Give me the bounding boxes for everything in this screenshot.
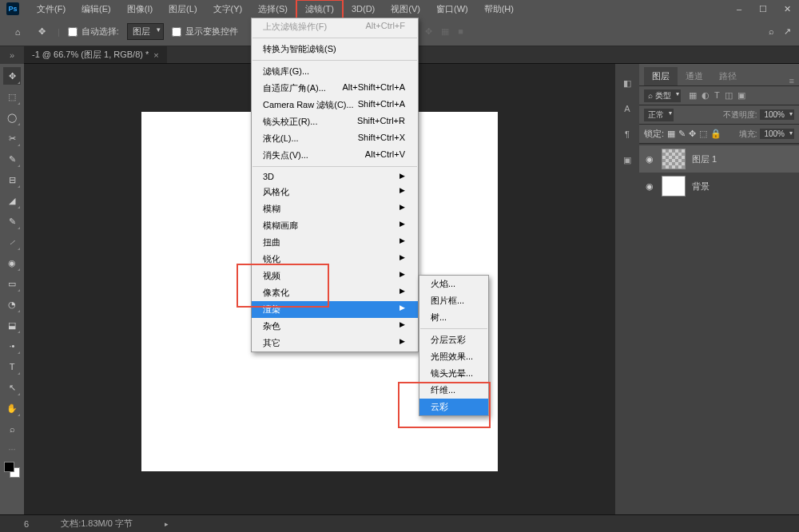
filter-menu-item[interactable]: 其它▶ (252, 335, 418, 351)
filter-adjust-icon[interactable]: ◐ (702, 90, 710, 101)
document-tab[interactable]: -1 @ 66.7% (图层 1, RGB/8) * × (24, 46, 167, 63)
filter-menu-item[interactable]: 像素化▶ (252, 284, 418, 301)
filter-menu-item[interactable]: Camera Raw 滤镜(C)...Shift+Ctrl+A (252, 97, 418, 113)
render-menu-item[interactable]: 火焰... (419, 276, 488, 292)
share-icon[interactable]: ↗ (784, 26, 791, 37)
filter-menu-item[interactable]: 消失点(V)...Alt+Ctrl+V (252, 147, 418, 164)
filter-menu-item[interactable]: 自适应广角(A)...Alt+Shift+Ctrl+A (252, 80, 418, 97)
filter-menu-item[interactable]: 液化(L)...Shift+Ctrl+X (252, 130, 418, 147)
menu-select[interactable]: 选择(S) (250, 1, 296, 18)
close-button[interactable]: ✕ (775, 4, 799, 14)
gradient-tool[interactable]: ▭ (3, 275, 21, 292)
opacity-value[interactable]: 100% (760, 109, 794, 120)
menu-layer[interactable]: 图层(L) (161, 1, 205, 18)
close-tab-icon[interactable]: × (153, 50, 158, 60)
paragraph-panel-icon[interactable]: ¶ (619, 126, 635, 142)
render-menu-item[interactable]: 树... (419, 309, 488, 326)
filter-pixel-icon[interactable]: ▦ (689, 90, 697, 101)
path-select-tool[interactable]: ↖ (3, 379, 21, 396)
menu-view[interactable]: 视图(V) (383, 1, 428, 18)
type-tool[interactable]: T (3, 358, 21, 375)
search-icon[interactable]: ⌕ (769, 26, 774, 37)
hand-tool[interactable]: ✋ (3, 399, 21, 417)
3d-icon-5[interactable]: ■ (455, 26, 467, 37)
doc-size[interactable]: 文档:1.83M/0 字节 (61, 518, 133, 530)
menu-file[interactable]: 文件(F) (29, 1, 74, 18)
render-menu-item[interactable]: 图片框... (419, 292, 488, 309)
lock-position-icon[interactable]: ✥ (689, 129, 696, 139)
filter-menu-item[interactable]: 视频▶ (252, 268, 418, 284)
filter-menu-item[interactable]: 杂色▶ (252, 318, 418, 335)
zoom-level[interactable]: 6 (24, 519, 29, 529)
menu-3d[interactable]: 3D(D) (344, 2, 383, 16)
history-brush-tool[interactable]: ◉ (3, 254, 21, 272)
menu-window[interactable]: 窗口(W) (428, 1, 476, 18)
zoom-tool[interactable]: ⌕ (3, 420, 21, 438)
fill-value[interactable]: 100% (760, 129, 794, 139)
filter-menu-item[interactable]: 转换为智能滤镜(S) (252, 41, 418, 58)
toolbox-more-icon[interactable]: ··· (8, 444, 15, 454)
foreground-color[interactable] (4, 462, 14, 472)
layer-name[interactable]: 图层 1 (692, 153, 717, 165)
3d-panel-icon[interactable]: ▣ (619, 152, 635, 168)
lock-transparent-icon[interactable]: ▦ (667, 129, 675, 139)
filter-type-icon[interactable]: T (714, 90, 720, 101)
render-menu-item[interactable]: 纤维... (419, 382, 488, 399)
lock-image-icon[interactable]: ✎ (678, 129, 686, 139)
filter-menu-item[interactable]: 模糊▶ (252, 200, 418, 217)
show-transform-checkbox[interactable]: 显示变换控件 (172, 26, 238, 38)
menu-edit[interactable]: 编辑(E) (74, 1, 119, 18)
home-icon[interactable]: ⌂ (10, 24, 26, 40)
filter-menu-item[interactable]: 锐化▶ (252, 251, 418, 268)
filter-shape-icon[interactable]: ◫ (725, 90, 733, 101)
lasso-tool[interactable]: ◯ (3, 109, 21, 126)
move-tool-icon[interactable]: ✥ (34, 24, 50, 40)
tab-layers[interactable]: 图层 (644, 67, 678, 85)
filter-menu-item[interactable]: 镜头校正(R)...Shift+Ctrl+R (252, 113, 418, 130)
healing-tool[interactable]: ·• (3, 337, 21, 355)
visibility-icon[interactable]: ◉ (644, 181, 655, 192)
panel-menu-icon[interactable]: ≡ (789, 76, 794, 85)
eyedropper-tool[interactable]: ◢ (3, 192, 21, 209)
filter-menu-item[interactable]: 风格化▶ (252, 184, 418, 200)
marquee-tool[interactable]: ⬚ (3, 88, 21, 105)
auto-select-target[interactable]: 图层 (127, 23, 164, 40)
panel-toggle-button[interactable]: » (0, 46, 24, 64)
color-swatches[interactable] (4, 462, 20, 478)
blend-mode-select[interactable]: 正常 (644, 109, 674, 121)
frame-tool[interactable]: ⊟ (3, 171, 21, 189)
quick-select-tool[interactable]: ✂ (3, 129, 21, 147)
lock-artboard-icon[interactable]: ⬚ (699, 129, 707, 139)
dodge-tool[interactable]: ◔ (3, 296, 21, 313)
render-menu-item[interactable]: 镜头光晕... (419, 365, 488, 382)
minimize-button[interactable]: – (727, 4, 751, 14)
layer-thumbnail[interactable] (662, 149, 686, 169)
3d-icon-4[interactable]: ▦ (439, 26, 451, 37)
menu-help[interactable]: 帮助(H) (476, 1, 522, 18)
3d-icon-3[interactable]: ✥ (423, 26, 435, 37)
visibility-icon[interactable]: ◉ (644, 154, 655, 165)
filter-menu-item[interactable]: 模糊画廊▶ (252, 217, 418, 234)
maximize-button[interactable]: ☐ (751, 4, 775, 14)
layer-item[interactable]: ◉ 图层 1 (639, 145, 799, 173)
brush-tool[interactable]: ✎ (3, 212, 21, 230)
filter-smart-icon[interactable]: ▣ (737, 90, 745, 101)
filter-menu-item[interactable]: 滤镜库(G)... (252, 63, 418, 80)
layer-thumbnail[interactable] (662, 176, 686, 197)
render-menu-item[interactable]: 光照效果... (419, 348, 488, 365)
clone-tool[interactable]: ⟋ (3, 233, 21, 251)
menu-image[interactable]: 图像(I) (119, 1, 161, 18)
move-tool[interactable]: ✥ (3, 67, 21, 85)
menu-filter[interactable]: 滤镜(T) (296, 0, 344, 19)
render-menu-item[interactable]: 云彩 (419, 399, 488, 415)
layer-item[interactable]: ◉ 背景 (639, 173, 799, 200)
lock-all-icon[interactable]: 🔒 (710, 129, 721, 139)
filter-menu-item[interactable]: 3D▶ (252, 169, 418, 184)
crop-tool[interactable]: ✎ (3, 150, 21, 168)
render-menu-item[interactable]: 分层云彩 (419, 332, 488, 348)
pen-tool[interactable]: ⬓ (3, 316, 21, 334)
layer-name[interactable]: 背景 (692, 181, 710, 193)
tab-channels[interactable]: 通道 (678, 67, 711, 85)
auto-select-checkbox[interactable]: 自动选择: (68, 26, 119, 38)
layer-filter-type[interactable]: 类型 (644, 89, 681, 102)
